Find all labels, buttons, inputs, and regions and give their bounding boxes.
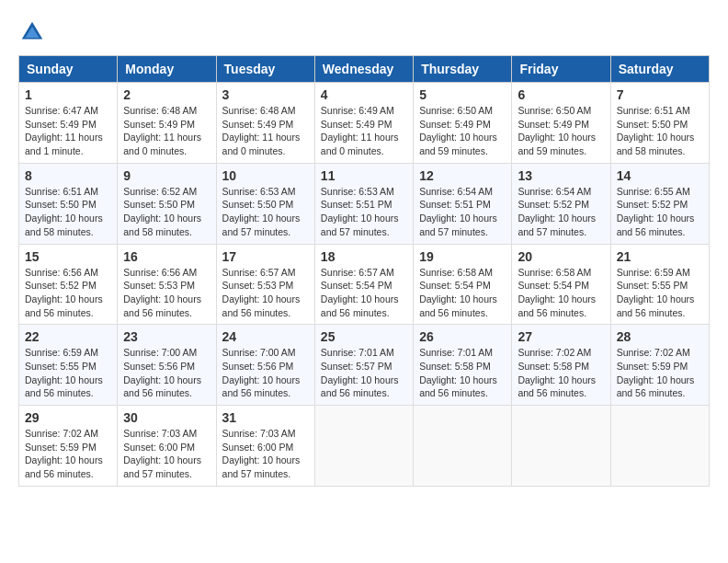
day-info: Sunrise: 6:51 AM Sunset: 5:50 PM Dayligh… [617, 104, 703, 158]
day-number: 7 [617, 87, 703, 102]
day-info: Sunrise: 7:03 AM Sunset: 6:00 PM Dayligh… [123, 427, 210, 481]
calendar-cell: 5Sunrise: 6:50 AM Sunset: 5:49 PM Daylig… [414, 83, 512, 164]
day-number: 2 [123, 87, 210, 102]
day-number: 5 [419, 87, 506, 102]
calendar-cell: 1Sunrise: 6:47 AM Sunset: 5:49 PM Daylig… [19, 83, 118, 164]
day-info: Sunrise: 6:56 AM Sunset: 5:52 PM Dayligh… [25, 266, 111, 320]
day-number: 28 [617, 329, 703, 344]
calendar-cell: 16Sunrise: 6:56 AM Sunset: 5:53 PM Dayli… [118, 244, 216, 325]
column-header-wednesday: Wednesday [314, 56, 413, 83]
day-number: 26 [419, 329, 506, 344]
calendar-week-row: 15Sunrise: 6:56 AM Sunset: 5:52 PM Dayli… [19, 244, 710, 325]
day-info: Sunrise: 7:03 AM Sunset: 6:00 PM Dayligh… [222, 427, 309, 481]
day-number: 3 [222, 87, 309, 102]
calendar-cell: 25Sunrise: 7:01 AM Sunset: 5:57 PM Dayli… [314, 325, 413, 406]
day-number: 11 [321, 168, 407, 183]
calendar-cell: 20Sunrise: 6:58 AM Sunset: 5:54 PM Dayli… [512, 244, 610, 325]
calendar-cell: 11Sunrise: 6:53 AM Sunset: 5:51 PM Dayli… [314, 163, 413, 244]
calendar-cell: 26Sunrise: 7:01 AM Sunset: 5:58 PM Dayli… [414, 325, 512, 406]
calendar-cell: 8Sunrise: 6:51 AM Sunset: 5:50 PM Daylig… [19, 163, 118, 244]
calendar-cell: 13Sunrise: 6:54 AM Sunset: 5:52 PM Dayli… [512, 163, 610, 244]
day-number: 12 [419, 168, 506, 183]
day-number: 22 [25, 329, 111, 344]
day-number: 1 [25, 87, 111, 102]
page-header [18, 18, 710, 46]
calendar-cell: 14Sunrise: 6:55 AM Sunset: 5:52 PM Dayli… [610, 163, 709, 244]
day-number: 29 [25, 410, 111, 425]
day-info: Sunrise: 6:50 AM Sunset: 5:49 PM Dayligh… [518, 104, 604, 158]
calendar-cell [314, 406, 413, 487]
calendar-table: SundayMondayTuesdayWednesdayThursdayFrid… [18, 55, 710, 487]
day-number: 30 [123, 410, 210, 425]
day-info: Sunrise: 6:52 AM Sunset: 5:50 PM Dayligh… [123, 185, 210, 239]
day-info: Sunrise: 6:56 AM Sunset: 5:53 PM Dayligh… [123, 266, 210, 320]
day-number: 15 [25, 249, 111, 264]
day-info: Sunrise: 6:58 AM Sunset: 5:54 PM Dayligh… [518, 266, 604, 320]
day-info: Sunrise: 6:49 AM Sunset: 5:49 PM Dayligh… [321, 104, 407, 158]
column-header-thursday: Thursday [414, 56, 512, 83]
day-info: Sunrise: 6:51 AM Sunset: 5:50 PM Dayligh… [25, 185, 111, 239]
day-info: Sunrise: 6:57 AM Sunset: 5:53 PM Dayligh… [222, 266, 309, 320]
day-info: Sunrise: 6:59 AM Sunset: 5:55 PM Dayligh… [617, 266, 703, 320]
calendar-cell [414, 406, 512, 487]
day-info: Sunrise: 6:48 AM Sunset: 5:49 PM Dayligh… [222, 104, 309, 158]
calendar-week-row: 22Sunrise: 6:59 AM Sunset: 5:55 PM Dayli… [19, 325, 710, 406]
day-info: Sunrise: 6:57 AM Sunset: 5:54 PM Dayligh… [321, 266, 407, 320]
calendar-cell: 12Sunrise: 6:54 AM Sunset: 5:51 PM Dayli… [414, 163, 512, 244]
calendar-header-row: SundayMondayTuesdayWednesdayThursdayFrid… [19, 56, 710, 83]
calendar-cell: 10Sunrise: 6:53 AM Sunset: 5:50 PM Dayli… [216, 163, 314, 244]
day-number: 16 [123, 249, 210, 264]
day-number: 8 [25, 168, 111, 183]
day-number: 25 [321, 329, 407, 344]
calendar-cell: 28Sunrise: 7:02 AM Sunset: 5:59 PM Dayli… [610, 325, 709, 406]
day-info: Sunrise: 7:02 AM Sunset: 5:59 PM Dayligh… [25, 427, 111, 481]
day-info: Sunrise: 6:47 AM Sunset: 5:49 PM Dayligh… [25, 104, 111, 158]
calendar-cell: 30Sunrise: 7:03 AM Sunset: 6:00 PM Dayli… [118, 406, 216, 487]
calendar-cell: 17Sunrise: 6:57 AM Sunset: 5:53 PM Dayli… [216, 244, 314, 325]
calendar-cell: 19Sunrise: 6:58 AM Sunset: 5:54 PM Dayli… [414, 244, 512, 325]
calendar-cell: 22Sunrise: 6:59 AM Sunset: 5:55 PM Dayli… [19, 325, 118, 406]
day-number: 13 [518, 168, 604, 183]
column-header-tuesday: Tuesday [216, 56, 314, 83]
day-number: 4 [321, 87, 407, 102]
day-info: Sunrise: 7:00 AM Sunset: 5:56 PM Dayligh… [222, 346, 309, 400]
day-number: 6 [518, 87, 604, 102]
calendar-cell: 31Sunrise: 7:03 AM Sunset: 6:00 PM Dayli… [216, 406, 314, 487]
day-number: 10 [222, 168, 309, 183]
calendar-cell: 4Sunrise: 6:49 AM Sunset: 5:49 PM Daylig… [314, 83, 413, 164]
day-info: Sunrise: 7:02 AM Sunset: 5:59 PM Dayligh… [617, 346, 703, 400]
day-info: Sunrise: 6:59 AM Sunset: 5:55 PM Dayligh… [25, 346, 111, 400]
calendar-cell: 3Sunrise: 6:48 AM Sunset: 5:49 PM Daylig… [216, 83, 314, 164]
day-info: Sunrise: 6:54 AM Sunset: 5:51 PM Dayligh… [419, 185, 506, 239]
day-info: Sunrise: 6:48 AM Sunset: 5:49 PM Dayligh… [123, 104, 210, 158]
calendar-cell [512, 406, 610, 487]
day-number: 9 [123, 168, 210, 183]
calendar-cell: 21Sunrise: 6:59 AM Sunset: 5:55 PM Dayli… [610, 244, 709, 325]
calendar-cell: 7Sunrise: 6:51 AM Sunset: 5:50 PM Daylig… [610, 83, 709, 164]
day-info: Sunrise: 6:53 AM Sunset: 5:51 PM Dayligh… [321, 185, 407, 239]
day-number: 27 [518, 329, 604, 344]
calendar-week-row: 8Sunrise: 6:51 AM Sunset: 5:50 PM Daylig… [19, 163, 710, 244]
logo [18, 18, 51, 46]
calendar-week-row: 1Sunrise: 6:47 AM Sunset: 5:49 PM Daylig… [19, 83, 710, 164]
day-number: 19 [419, 249, 506, 264]
column-header-sunday: Sunday [19, 56, 118, 83]
day-info: Sunrise: 6:54 AM Sunset: 5:52 PM Dayligh… [518, 185, 604, 239]
day-info: Sunrise: 7:02 AM Sunset: 5:58 PM Dayligh… [518, 346, 604, 400]
day-info: Sunrise: 7:00 AM Sunset: 5:56 PM Dayligh… [123, 346, 210, 400]
calendar-cell: 18Sunrise: 6:57 AM Sunset: 5:54 PM Dayli… [314, 244, 413, 325]
day-info: Sunrise: 6:50 AM Sunset: 5:49 PM Dayligh… [419, 104, 506, 158]
calendar-cell: 2Sunrise: 6:48 AM Sunset: 5:49 PM Daylig… [118, 83, 216, 164]
day-number: 31 [222, 410, 309, 425]
calendar-cell: 23Sunrise: 7:00 AM Sunset: 5:56 PM Dayli… [118, 325, 216, 406]
column-header-saturday: Saturday [610, 56, 709, 83]
day-info: Sunrise: 6:55 AM Sunset: 5:52 PM Dayligh… [617, 185, 703, 239]
logo-icon [18, 18, 46, 46]
day-number: 24 [222, 329, 309, 344]
calendar-week-row: 29Sunrise: 7:02 AM Sunset: 5:59 PM Dayli… [19, 406, 710, 487]
day-number: 23 [123, 329, 210, 344]
day-info: Sunrise: 6:53 AM Sunset: 5:50 PM Dayligh… [222, 185, 309, 239]
day-number: 20 [518, 249, 604, 264]
calendar-cell: 6Sunrise: 6:50 AM Sunset: 5:49 PM Daylig… [512, 83, 610, 164]
day-number: 17 [222, 249, 309, 264]
